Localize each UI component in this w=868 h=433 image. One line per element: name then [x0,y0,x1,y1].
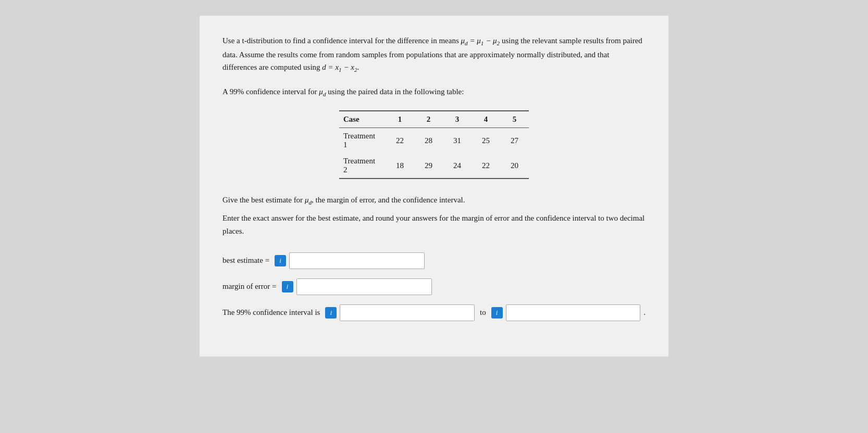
confidence-interval-row: The 99% confidence interval is i to i . [222,304,646,321]
page-container: Use a t-distribution to find a confidenc… [200,16,668,356]
t1-val5: 27 [500,128,529,154]
margin-of-error-row: margin of error = i [222,278,646,295]
formula-mu-d: μd = μ1 − μ2 [461,36,500,45]
col-header-3: 3 [443,111,472,128]
confidence-interval-upper-input[interactable] [506,304,641,321]
t1-val1: 22 [386,128,414,154]
confidence-interval-lower-info-button[interactable]: i [325,307,337,319]
instructions-line1: Give the best estimate for μd, the margi… [222,194,646,208]
t2-val5: 20 [500,153,529,179]
formula-d: d = x1 − x2 [322,63,357,71]
table-row-treatment2: Treatment2 18 29 24 22 20 [339,153,529,179]
confidence-interval-upper-info-button[interactable]: i [491,307,503,319]
t1-val4: 25 [472,128,500,154]
t2-val3: 24 [443,153,472,179]
t2-val1: 18 [386,153,414,179]
data-table: Case 1 2 3 4 5 Treatment1 22 28 31 25 27 [339,110,529,179]
best-estimate-row: best estimate = i [222,252,646,269]
best-estimate-input[interactable] [289,252,425,269]
t2-val2: 29 [414,153,443,179]
col-header-4: 4 [472,111,500,128]
col-header-2: 2 [414,111,443,128]
row-label-treatment2: Treatment2 [339,153,386,179]
formula-mu-d-2: μd [319,87,326,96]
confidence-interval-lower-input[interactable] [340,304,475,321]
instructions-line2: Enter the exact answer for the best esti… [222,212,646,238]
problem-intro: Use a t-distribution to find a confidenc… [222,34,646,75]
data-table-wrapper: Case 1 2 3 4 5 Treatment1 22 28 31 25 27 [222,110,646,179]
t2-val4: 22 [472,153,500,179]
sub-question-text: A 99% confidence interval for μd using t… [222,85,646,99]
row-label-treatment1: Treatment1 [339,128,386,154]
to-label: to [480,308,486,317]
col-header-case: Case [339,111,386,128]
margin-of-error-label: margin of error = [222,282,277,291]
best-estimate-info-button[interactable]: i [275,255,286,266]
col-header-5: 5 [500,111,529,128]
t1-val2: 28 [414,128,443,154]
best-estimate-label: best estimate = [222,256,269,265]
margin-of-error-input[interactable] [296,278,432,295]
confidence-interval-label: The 99% confidence interval is [222,308,320,317]
period: . [643,308,646,317]
t1-val3: 31 [443,128,472,154]
margin-of-error-info-button[interactable]: i [282,281,293,292]
table-row-treatment1: Treatment1 22 28 31 25 27 [339,128,529,154]
col-header-1: 1 [386,111,414,128]
